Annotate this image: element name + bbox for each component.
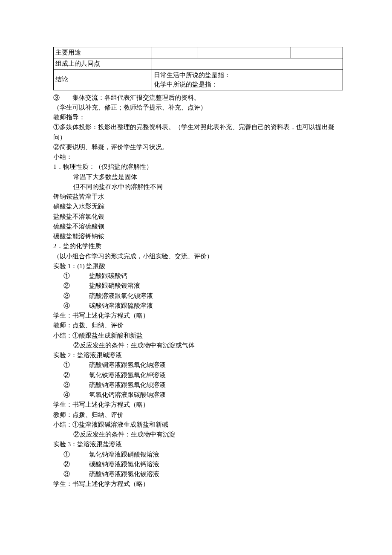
- cell-conclusion: 日常生活中所说的盐是指： 化学中所说的盐是指：: [152, 69, 343, 90]
- text-line: ②反应发生的条件：生成物中有沉淀: [53, 430, 343, 439]
- text-line: 但不同的盐在水中的溶解性不同: [53, 182, 343, 192]
- list-item: ② 盐酸跟硝酸银溶液: [53, 281, 343, 291]
- text-line: 教师：点拨、归纳、评价: [53, 321, 343, 330]
- list-item: ② 碳酸钠溶液跟氯化钙溶液: [53, 460, 343, 469]
- summary-table: 主要用途 组成上的共同点 结论 日常生活中所说的盐是指： 化学中所说的盐是指：: [53, 47, 343, 90]
- text-line: 盐酸盐不溶氯化银: [53, 212, 343, 222]
- text-line: 硝酸盐入水影无踪: [53, 202, 343, 211]
- text-line: ①多媒体投影：投影出整理的完整资料表。（学生对照此表补充、完善自己的资料表，也可…: [53, 122, 343, 142]
- list-item: ④ 碳酸钠溶液跟硫酸溶液: [53, 301, 343, 311]
- conclusion-line-1: 日常生活中所说的盐是指：: [154, 70, 341, 80]
- list-item: ③ 硫酸钠溶液跟氯化钡溶液: [53, 469, 343, 479]
- list-item: ① 硫酸铜溶液跟氢氧化钠溶液: [53, 360, 343, 370]
- text-line: 硫酸盐不溶硫酸钡: [53, 222, 343, 231]
- text-line: ②简要说明、释疑，评价学生学习状况。: [53, 142, 343, 152]
- cell-label: 结论: [54, 69, 152, 90]
- text-line: 常温下大多数盐是固体: [53, 172, 343, 182]
- list-item: ② 氯化铁溶液跟氢氧化钾溶液: [53, 370, 343, 380]
- table-row: 组成上的共同点: [54, 58, 343, 69]
- text-line: （学生可以补充、修正；教师给予提示、补充、点评）: [53, 103, 343, 113]
- text-line: 实验 1：(1) 盐跟酸: [53, 261, 343, 271]
- text-line: 学生：书写上述化学方程式（略）: [53, 479, 343, 489]
- text-line: 小结：①酸跟盐生成新酸和新盐: [53, 331, 343, 341]
- table-row: 结论 日常生活中所说的盐是指： 化学中所说的盐是指：: [54, 69, 343, 90]
- text-line: 小结：: [53, 152, 343, 162]
- text-line: ②反应发生的条件：生成物中有沉淀或气体: [53, 341, 343, 350]
- text-line: （以小组合作学习的形式完成，小组实验、交流、评价）: [53, 251, 343, 261]
- text-line: 2．盐的化学性质: [53, 241, 343, 251]
- cell-empty: [291, 47, 343, 58]
- text-line: 教师：点拨、归纳、评价: [53, 410, 343, 420]
- cell-empty: [198, 47, 291, 58]
- list-item: ③ 硫酸溶液跟氯化钡溶液: [53, 291, 343, 301]
- cell-label: 组成上的共同点: [54, 58, 152, 69]
- text-line: 小结：①盐溶液跟碱溶液生成新盐和新碱: [53, 420, 343, 430]
- cell-label: 主要用途: [54, 47, 152, 58]
- text-line: 实验 2：盐溶液跟碱溶液: [53, 350, 343, 360]
- table-row: 主要用途: [54, 47, 343, 58]
- text-line: ③ 集体交流：各组代表汇报交流整理后的资料。: [53, 93, 343, 103]
- text-line: 碳酸盐能溶钾钠铵: [53, 231, 343, 241]
- conclusion-line-2: 化学中所说的盐是指：: [154, 80, 341, 90]
- list-item: ① 氯化钠溶液跟硝酸银溶液: [53, 450, 343, 460]
- text-line: 钾钠铵盐皆溶于水: [53, 192, 343, 202]
- list-item: ③ 硫酸钠溶液跟氢氧化钡溶液: [53, 380, 343, 390]
- text-line: 实验 3：盐溶液跟盐溶液: [53, 439, 343, 449]
- list-item: ① 盐酸跟碳酸钙: [53, 271, 343, 281]
- text-line: 教师指导：: [53, 113, 343, 122]
- list-item: ④ 氢氧化钙溶液跟碳酸钠溶液: [53, 390, 343, 400]
- text-line: 学生：书写上述化学方程式（略）: [53, 400, 343, 410]
- text-line: 1．物理性质：（仅指盐的溶解性）: [53, 162, 343, 172]
- text-line: 学生：书写上述化学方程式（略）: [53, 311, 343, 321]
- cell-empty: [152, 47, 198, 58]
- cell-empty: [152, 58, 343, 69]
